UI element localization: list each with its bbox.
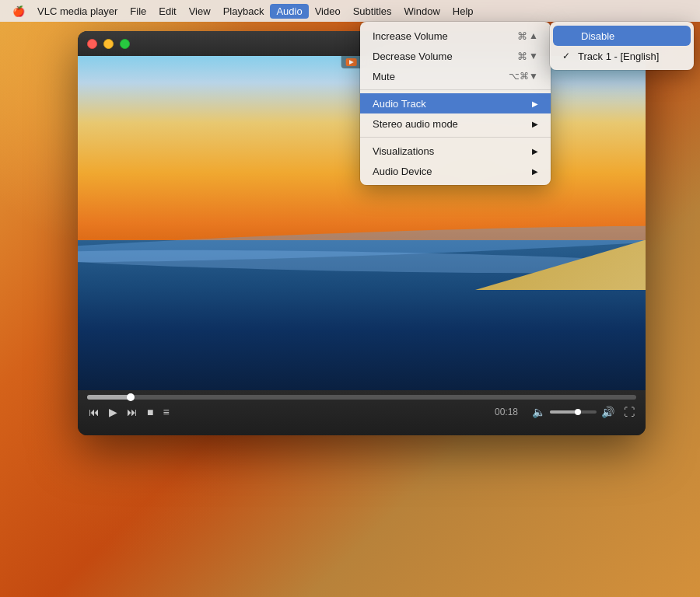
stereo-audio-mode-label: Stereo audio mode	[373, 118, 458, 130]
ocean	[78, 240, 646, 391]
volume-icon[interactable]: 🔈	[530, 404, 547, 420]
disable-item[interactable]: Disable	[553, 26, 691, 46]
visualizations-arrow: ▶	[532, 147, 538, 155]
time-display: 00:18	[495, 407, 518, 417]
edit-menu[interactable]: Edit	[152, 4, 182, 19]
track1-label: Track 1 - [English]	[578, 51, 659, 62]
fullscreen-button[interactable]: ⛶	[622, 404, 636, 420]
window-menu[interactable]: Window	[398, 4, 446, 19]
playlist-button[interactable]: ≡	[161, 404, 170, 420]
vlc-controls: ⏮ ▶ ⏭ ■ ≡ 00:18 🔈 🔊 ⛶	[78, 390, 646, 435]
mute-shortcut: ⌥⌘▼	[509, 71, 538, 82]
disable-label: Disable	[581, 30, 614, 42]
progress-thumb	[127, 393, 135, 401]
traffic-lights	[87, 39, 130, 49]
play-button[interactable]: ▶	[107, 404, 119, 420]
volume-fill	[550, 410, 578, 414]
stop-button[interactable]: ■	[145, 404, 155, 420]
decrease-volume-item[interactable]: Decrease Volume ⌘▼	[360, 46, 551, 66]
controls-row: ⏮ ▶ ⏭ ■ ≡ 00:18 🔈 🔊 ⛶	[87, 404, 636, 420]
audio-track-submenu: Disable ✓ Track 1 - [English]	[550, 22, 694, 70]
visualizations-item[interactable]: Visualizations ▶	[360, 141, 551, 161]
stereo-audio-arrow: ▶	[532, 120, 538, 128]
apple-menu[interactable]: 🍎	[6, 4, 31, 19]
audio-device-label: Audio Device	[373, 166, 432, 177]
increase-volume-shortcut: ⌘▲	[517, 30, 538, 42]
view-menu[interactable]: View	[183, 4, 217, 19]
audio-dropdown-menu: Increase Volume ⌘▲ Decrease Volume ⌘▼ Mu…	[360, 22, 551, 185]
track1-item[interactable]: ✓ Track 1 - [English]	[550, 46, 694, 66]
help-menu[interactable]: Help	[446, 4, 480, 19]
decrease-volume-label: Decrease Volume	[373, 51, 453, 62]
increase-volume-label: Increase Volume	[373, 30, 448, 42]
audio-menu-trigger[interactable]: Audio	[270, 4, 308, 19]
separator-1	[360, 89, 551, 90]
audio-device-item[interactable]: Audio Device ▶	[360, 161, 551, 181]
track1-check: ✓	[562, 51, 573, 61]
increase-volume-item[interactable]: Increase Volume ⌘▲	[360, 26, 551, 46]
menubar: 🍎 VLC media player File Edit View Playba…	[0, 0, 700, 22]
audio-track-arrow: ▶	[532, 100, 538, 108]
mp4-icon: ▶	[346, 58, 357, 66]
file-menu[interactable]: File	[124, 4, 152, 19]
volume-max-icon[interactable]: 🔊	[600, 404, 616, 420]
rewind-button[interactable]: ⏮	[87, 404, 101, 420]
volume-area: 🔈 🔊	[530, 404, 616, 420]
minimize-button[interactable]	[103, 39, 114, 49]
progress-bar[interactable]	[87, 395, 636, 400]
audio-track-label: Audio Track	[373, 98, 426, 110]
volume-thumb	[575, 409, 581, 415]
volume-bar[interactable]	[550, 410, 597, 414]
stereo-audio-mode-item[interactable]: Stereo audio mode ▶	[360, 113, 551, 134]
fast-forward-button[interactable]: ⏭	[125, 404, 139, 420]
separator-2	[360, 137, 551, 138]
mute-label: Mute	[373, 71, 395, 82]
audio-device-arrow: ▶	[532, 167, 538, 176]
progress-fill	[87, 395, 131, 400]
mute-item[interactable]: Mute ⌥⌘▼	[360, 66, 551, 86]
subtitles-menu[interactable]: Subtitles	[347, 4, 398, 19]
close-button[interactable]	[87, 39, 97, 49]
maximize-button[interactable]	[120, 39, 130, 49]
video-menu[interactable]: Video	[309, 4, 347, 19]
playback-menu[interactable]: Playback	[217, 4, 271, 19]
audio-track-item[interactable]: Audio Track ▶	[360, 93, 551, 113]
decrease-volume-shortcut: ⌘▼	[517, 51, 538, 62]
visualizations-label: Visualizations	[373, 145, 434, 157]
vlc-app-menu[interactable]: VLC media player	[31, 4, 124, 19]
